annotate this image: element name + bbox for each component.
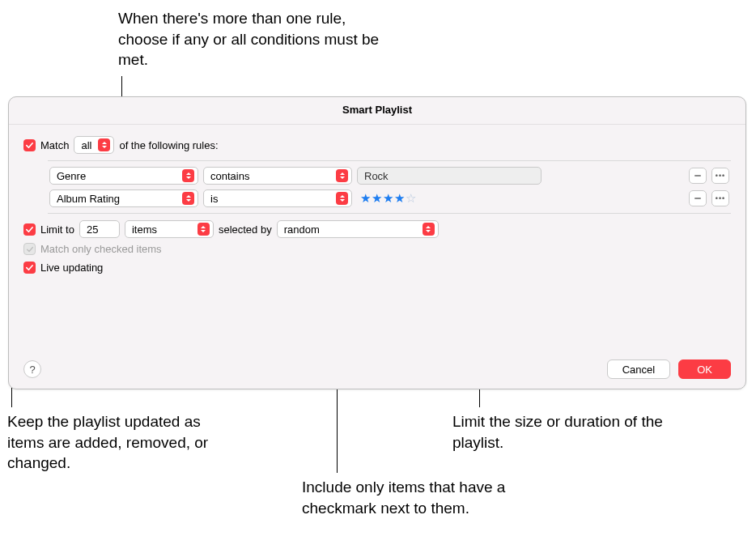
star-icon: ★ (394, 191, 405, 206)
live-updating-checkbox[interactable] (23, 262, 36, 274)
ok-button[interactable]: OK (678, 359, 731, 379)
stepper-icon (336, 169, 348, 182)
stepper-icon (182, 169, 194, 182)
match-row: Match all of the following rules: (23, 136, 731, 154)
svg-rect-1 (694, 198, 701, 199)
live-updating-row: Live updating (23, 262, 731, 274)
match-mode-value: all (81, 139, 91, 151)
annotation-match-mode: When there's more than one rule, choose … (118, 8, 393, 70)
annotation-checked-items: Include only items that have a checkmark… (302, 477, 561, 518)
rules-list: Genre contains Rock ••• Album Rating (48, 160, 731, 214)
star-icon: ★ (383, 191, 393, 206)
rule-op-select[interactable]: is (203, 189, 352, 207)
star-icon: ☆ (406, 191, 416, 206)
help-button[interactable]: ? (23, 360, 41, 378)
remove-rule-button[interactable] (689, 168, 707, 184)
limit-prefix: Limit to (40, 223, 74, 236)
remove-rule-button[interactable] (689, 190, 707, 206)
match-checkbox[interactable] (23, 139, 36, 151)
live-updating-label: Live updating (40, 262, 103, 274)
stepper-icon (182, 192, 194, 205)
stepper-icon (423, 223, 435, 236)
annotation-limit: Limit the size or duration of the playli… (452, 411, 663, 453)
rule-row: Album Rating is ★ ★ ★ ★ ☆ (48, 187, 731, 210)
smart-playlist-window: Smart Playlist Match all of the followin… (8, 96, 746, 389)
rule-field-select[interactable]: Genre (49, 167, 198, 185)
rule-more-button[interactable]: ••• (711, 190, 729, 206)
rule-value-input[interactable]: Rock (357, 167, 542, 185)
window-title: Smart Playlist (9, 97, 745, 125)
cancel-button[interactable]: Cancel (607, 359, 670, 379)
checked-items-row: Match only checked items (23, 243, 731, 255)
limit-row: Limit to 25 items selected by random (23, 220, 731, 238)
rule-more-button[interactable]: ••• (711, 168, 729, 184)
checked-items-checkbox (23, 243, 36, 255)
annotation-live-updating: Keep the playlist updated as items are a… (7, 411, 234, 474)
match-mode-select[interactable]: all (74, 136, 114, 154)
limit-selected-by-label: selected by (219, 223, 272, 236)
rule-op-value: is (210, 193, 218, 205)
star-icon: ★ (372, 191, 382, 206)
match-suffix: of the following rules: (119, 139, 218, 151)
limit-selected-by-select[interactable]: random (277, 220, 439, 238)
rule-field-select[interactable]: Album Rating (49, 189, 198, 207)
limit-selected-by-value: random (284, 223, 320, 236)
rule-field-value: Album Rating (57, 193, 120, 205)
rule-field-value: Genre (57, 170, 86, 182)
limit-unit-select[interactable]: items (125, 220, 214, 238)
rule-row: Genre contains Rock ••• (48, 164, 731, 187)
stepper-icon (336, 192, 348, 205)
limit-count-input[interactable]: 25 (79, 220, 120, 238)
rule-op-select[interactable]: contains (203, 167, 352, 185)
limit-checkbox[interactable] (23, 223, 36, 236)
checked-items-label: Match only checked items (40, 243, 162, 255)
svg-rect-0 (694, 175, 701, 177)
stepper-icon (197, 223, 210, 236)
rule-op-value: contains (210, 170, 249, 182)
stepper-icon (98, 138, 110, 151)
rule-value-stars[interactable]: ★ ★ ★ ★ ☆ (357, 191, 416, 206)
star-icon: ★ (360, 191, 371, 206)
match-prefix: Match (40, 139, 69, 151)
window-footer: ? Cancel OK (23, 359, 731, 379)
limit-unit-value: items (132, 223, 157, 236)
